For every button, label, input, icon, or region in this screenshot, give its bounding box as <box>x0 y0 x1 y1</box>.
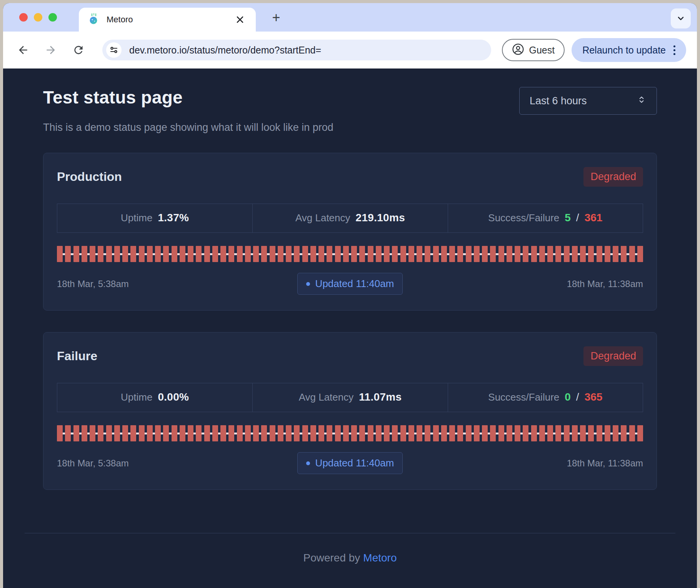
status-bar[interactable] <box>286 425 292 441</box>
status-bar[interactable] <box>172 246 177 262</box>
status-bar[interactable] <box>155 246 161 262</box>
status-bar[interactable] <box>163 425 169 441</box>
status-bar[interactable] <box>466 246 472 262</box>
guest-profile-button[interactable]: Guest <box>502 39 565 61</box>
status-bar[interactable] <box>457 246 463 262</box>
status-bar[interactable] <box>351 246 357 262</box>
status-bar[interactable] <box>318 425 324 441</box>
metoro-link[interactable]: Metoro <box>363 552 397 564</box>
status-bar[interactable] <box>449 425 455 441</box>
status-bar[interactable] <box>90 246 95 262</box>
status-bar[interactable] <box>172 425 177 441</box>
status-bar[interactable] <box>637 246 643 262</box>
status-bar[interactable] <box>147 425 153 441</box>
status-bar[interactable] <box>270 246 275 262</box>
status-bar[interactable] <box>539 246 545 262</box>
time-range-select[interactable]: Last 6 hours <box>519 87 657 115</box>
status-bar[interactable] <box>629 425 635 441</box>
status-bar[interactable] <box>122 425 128 441</box>
status-bar[interactable] <box>539 425 545 441</box>
status-bar[interactable] <box>180 425 185 441</box>
status-bar[interactable] <box>73 246 79 262</box>
status-bar[interactable] <box>523 425 528 441</box>
status-bar[interactable] <box>466 425 472 441</box>
status-bar[interactable] <box>507 246 512 262</box>
updated-badge[interactable]: Updated 11:40am <box>297 452 403 474</box>
updated-badge[interactable]: Updated 11:40am <box>297 273 403 295</box>
status-bar[interactable] <box>449 246 455 262</box>
status-bar[interactable] <box>441 425 447 441</box>
status-bar[interactable] <box>261 425 267 441</box>
status-bar[interactable] <box>425 425 430 441</box>
status-bar[interactable] <box>597 425 602 441</box>
status-bar[interactable] <box>392 246 398 262</box>
status-bar[interactable] <box>433 246 439 262</box>
status-bar[interactable] <box>302 246 308 262</box>
status-bar[interactable] <box>605 425 610 441</box>
status-bar[interactable] <box>597 246 602 262</box>
status-bar[interactable] <box>564 425 570 441</box>
status-bar[interactable] <box>188 246 193 262</box>
status-bar[interactable] <box>327 425 332 441</box>
status-bar[interactable] <box>547 425 553 441</box>
status-bar[interactable] <box>180 246 185 262</box>
status-bar[interactable] <box>212 246 218 262</box>
status-bar[interactable] <box>98 246 103 262</box>
status-bar[interactable] <box>163 246 169 262</box>
status-bar[interactable] <box>392 425 398 441</box>
status-bar[interactable] <box>531 246 537 262</box>
status-bar[interactable] <box>73 425 79 441</box>
status-bar[interactable] <box>212 425 218 441</box>
url-bar[interactable]: dev.metoro.io/status/metoro/demo?startEn… <box>102 40 491 60</box>
status-bar[interactable] <box>253 425 259 441</box>
status-bar[interactable] <box>204 246 210 262</box>
status-bar[interactable] <box>408 246 414 262</box>
status-bar[interactable] <box>188 425 193 441</box>
status-bar[interactable] <box>629 246 635 262</box>
status-bar[interactable] <box>417 246 422 262</box>
status-bar[interactable] <box>417 425 422 441</box>
browser-menu-kebab-icon[interactable] <box>668 42 681 59</box>
status-bar[interactable] <box>384 246 390 262</box>
status-bar[interactable] <box>400 246 406 262</box>
status-bar[interactable] <box>351 425 357 441</box>
back-button[interactable] <box>14 41 32 59</box>
forward-button[interactable] <box>42 41 60 59</box>
status-bar[interactable] <box>376 425 382 441</box>
status-bar[interactable] <box>98 425 103 441</box>
status-bar[interactable] <box>515 246 520 262</box>
status-bar[interactable] <box>343 425 349 441</box>
status-bar[interactable] <box>253 246 259 262</box>
status-bar[interactable] <box>278 425 283 441</box>
status-bar[interactable] <box>588 425 594 441</box>
status-bar[interactable] <box>245 425 251 441</box>
status-bar[interactable] <box>220 425 226 441</box>
status-bar[interactable] <box>555 246 561 262</box>
status-bar[interactable] <box>523 246 528 262</box>
tab-search-chevron-button[interactable] <box>671 8 691 28</box>
status-bar[interactable] <box>82 425 87 441</box>
status-bar[interactable] <box>482 425 488 441</box>
status-bar[interactable] <box>515 425 520 441</box>
status-bar[interactable] <box>580 425 586 441</box>
status-bar[interactable] <box>555 425 561 441</box>
status-bar[interactable] <box>474 425 480 441</box>
status-bar[interactable] <box>245 246 251 262</box>
status-bar[interactable] <box>147 246 153 262</box>
status-bar[interactable] <box>359 425 365 441</box>
status-bar[interactable] <box>368 246 373 262</box>
status-bar[interactable] <box>572 246 578 262</box>
status-bar[interactable] <box>237 246 243 262</box>
status-bar[interactable] <box>261 246 267 262</box>
relaunch-to-update-button[interactable]: Relaunch to update <box>572 38 686 62</box>
status-bar[interactable] <box>564 246 570 262</box>
status-bar[interactable] <box>310 425 316 441</box>
status-bar[interactable] <box>57 246 63 262</box>
new-tab-button[interactable]: + <box>268 10 284 25</box>
status-bar[interactable] <box>613 246 618 262</box>
status-bar[interactable] <box>270 425 275 441</box>
minimize-window-button[interactable] <box>34 13 42 22</box>
status-bar[interactable] <box>441 246 447 262</box>
status-bar[interactable] <box>507 425 512 441</box>
status-bar[interactable] <box>384 425 390 441</box>
